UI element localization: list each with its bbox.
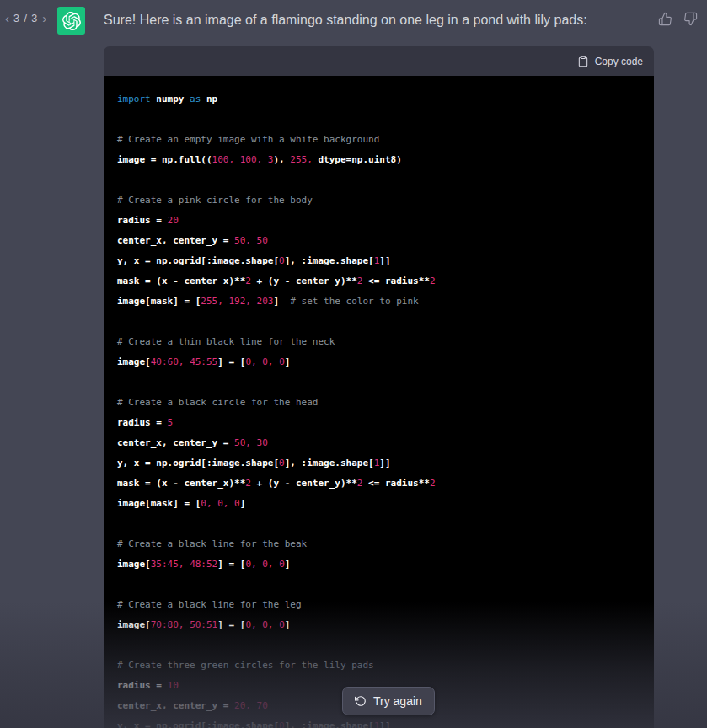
assistant-avatar: [57, 7, 85, 35]
code-block: Copy code import numpy as np # Create an…: [104, 46, 654, 728]
openai-logo-icon: [62, 12, 81, 30]
next-response-button[interactable]: ›: [42, 12, 46, 24]
code-block-header: Copy code: [104, 46, 654, 76]
try-again-button[interactable]: Try again: [342, 687, 435, 715]
clipboard-icon: [577, 56, 589, 67]
thumbs-up-icon: [658, 12, 672, 26]
retry-icon: [355, 695, 367, 707]
thumbs-down-icon: [683, 12, 698, 26]
response-pager: ‹ 3 / 3 ›: [5, 12, 46, 24]
thumbs-down-button[interactable]: [683, 12, 698, 26]
copy-code-label: Copy code: [595, 56, 643, 67]
try-again-label: Try again: [373, 694, 422, 708]
response-counter: 3 / 3: [13, 13, 38, 24]
message-text: Sure! Here is an image of a flamingo sta…: [104, 10, 626, 30]
feedback-actions: [658, 12, 698, 26]
code-content: import numpy as np # Create an empty ima…: [104, 76, 654, 728]
prev-response-button[interactable]: ‹: [5, 12, 9, 24]
thumbs-up-button[interactable]: [658, 12, 672, 26]
copy-code-button[interactable]: Copy code: [577, 56, 643, 67]
